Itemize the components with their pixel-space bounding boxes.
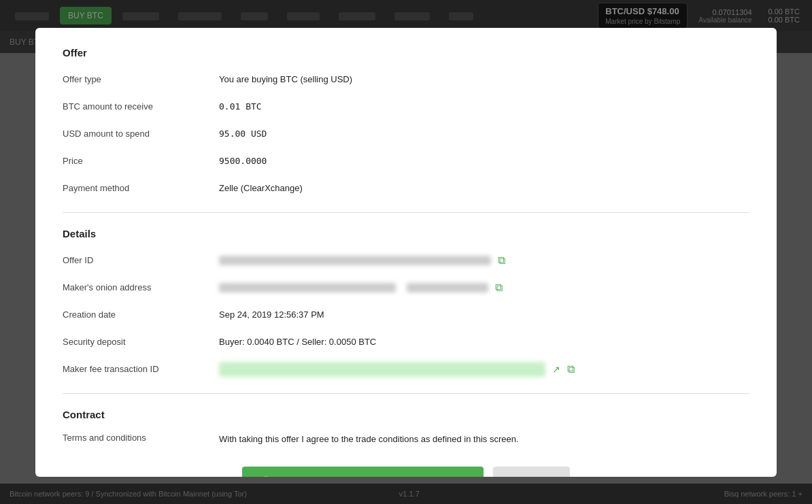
- maker-onion-copy-icon[interactable]: ⧉: [495, 282, 503, 294]
- security-deposit-label: Security deposit: [63, 337, 219, 347]
- terms-label: Terms and conditions: [63, 433, 219, 443]
- confirm-button[interactable]: ⬇ CONFIRM: TAKE OFFER TO BUY BITCOIN: [242, 467, 484, 477]
- offer-type-value: You are buying BTC (selling USD): [219, 74, 352, 84]
- creation-date-label: Creation date: [63, 309, 219, 320]
- maker-onion-field: ⧉: [219, 282, 749, 294]
- offer-id-field: ⧉: [219, 254, 749, 267]
- payment-method-label: Payment method: [63, 183, 219, 193]
- maker-fee-external-link-icon[interactable]: ↗: [552, 364, 560, 375]
- maker-fee-copy-icon[interactable]: ⧉: [567, 363, 575, 375]
- details-section-title: Details: [63, 228, 749, 239]
- security-deposit-row: Security deposit Buyer: 0.0040 BTC / Sel…: [63, 333, 749, 351]
- terms-row: Terms and conditions With taking this of…: [63, 433, 749, 450]
- creation-date-value: Sep 24, 2019 12:56:37 PM: [219, 309, 324, 320]
- modal-overlay: Offer Offer type You are buying BTC (sel…: [0, 0, 812, 504]
- offer-type-label: Offer type: [63, 74, 219, 84]
- modal-footer: ⬇ CONFIRM: TAKE OFFER TO BUY BITCOIN CAN…: [63, 467, 749, 477]
- offer-id-row: Offer ID ⧉: [63, 252, 749, 269]
- price-value: 9500.0000: [219, 156, 267, 166]
- cancel-button-label: CANCEL: [512, 476, 551, 477]
- offer-id-label: Offer ID: [63, 255, 219, 265]
- btc-amount-value: 0.01 BTC: [219, 101, 262, 112]
- maker-onion-row: Maker's onion address ⧉: [63, 279, 749, 297]
- offer-id-copy-icon[interactable]: ⧉: [498, 254, 505, 267]
- usd-amount-row: USD amount to spend 95.00 USD: [63, 125, 749, 143]
- confirm-icon: ⬇: [261, 475, 271, 477]
- payment-method-row: Payment method Zelle (ClearXchange): [63, 180, 749, 197]
- usd-amount-value: 95.00 USD: [219, 129, 267, 139]
- offer-section-title: Offer: [63, 47, 749, 58]
- security-deposit-value: Buyer: 0.0040 BTC / Seller: 0.0050 BTC: [219, 337, 376, 347]
- offer-type-row: Offer type You are buying BTC (selling U…: [63, 71, 749, 88]
- btc-amount-label: BTC amount to receive: [63, 101, 219, 112]
- offer-id-value: [219, 256, 491, 265]
- price-label: Price: [63, 156, 219, 166]
- divider-2: [63, 393, 749, 394]
- maker-onion-value-2: [407, 283, 488, 292]
- maker-fee-row: Maker fee transaction ID ↗ ⧉: [63, 360, 749, 378]
- divider-1: [63, 212, 749, 213]
- maker-onion-label: Maker's onion address: [63, 282, 219, 292]
- btc-amount-row: BTC amount to receive 0.01 BTC: [63, 98, 749, 116]
- terms-value: With taking this offer I agree to the tr…: [219, 433, 519, 446]
- cancel-button[interactable]: CANCEL: [493, 467, 570, 477]
- contract-section-title: Contract: [63, 409, 749, 420]
- price-row: Price 9500.0000: [63, 152, 749, 170]
- maker-fee-label: Maker fee transaction ID: [63, 364, 219, 374]
- maker-fee-value: [219, 362, 545, 377]
- creation-date-row: Creation date Sep 24, 2019 12:56:37 PM: [63, 306, 749, 324]
- payment-method-value: Zelle (ClearXchange): [219, 183, 303, 193]
- usd-amount-label: USD amount to spend: [63, 129, 219, 139]
- maker-fee-field: ↗ ⧉: [219, 362, 749, 377]
- confirm-button-label: CONFIRM: TAKE OFFER TO BUY BITCOIN: [276, 476, 464, 477]
- modal-dialog: Offer Offer type You are buying BTC (sel…: [35, 28, 777, 477]
- maker-onion-value: [219, 283, 396, 292]
